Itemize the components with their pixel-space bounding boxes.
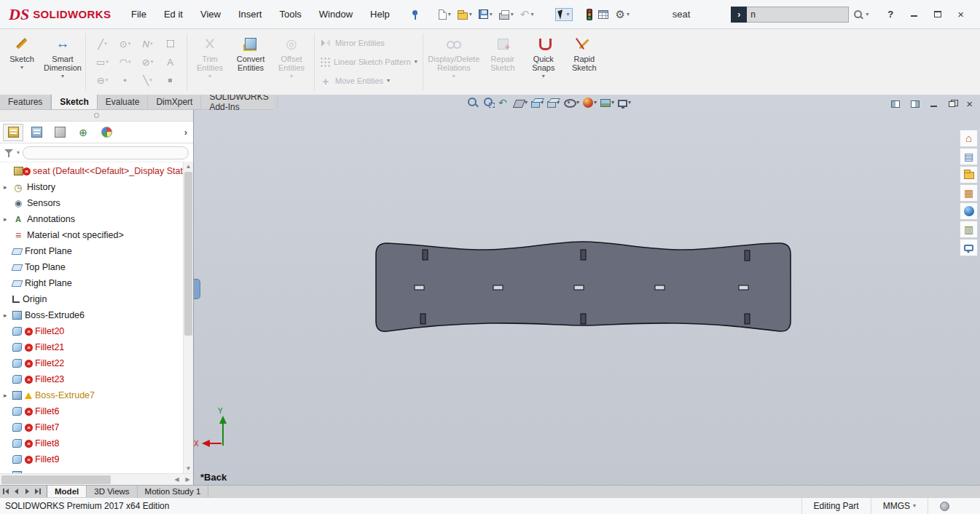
solidworks-resources-button[interactable]: [960, 130, 978, 147]
tree-scrollbar-vertical[interactable]: ▲ ▼: [183, 162, 193, 473]
chevron-down-icon[interactable]: ▾: [511, 12, 514, 17]
tab-solidworks-add-ins[interactable]: SOLIDWORKS Add-Ins: [201, 95, 277, 109]
section-view-button[interactable]: ▾: [514, 98, 528, 108]
tree-item-fillet21[interactable]: ×Fillet21: [0, 339, 183, 355]
expand-icon[interactable]: ▸: [4, 312, 12, 319]
chevron-down-icon[interactable]: ▾: [149, 77, 152, 83]
menu-help[interactable]: Help: [370, 9, 390, 20]
chevron-down-icon[interactable]: ▾: [208, 74, 211, 79]
slot-cutout[interactable]: [581, 314, 586, 324]
spline-tool-button[interactable]: N▾: [136, 35, 159, 53]
chevron-down-icon[interactable]: ▾: [452, 74, 455, 79]
slot-cutout[interactable]: [574, 285, 584, 290]
tree-item-fillet23[interactable]: ×Fillet23: [0, 371, 183, 387]
doc-restore-button[interactable]: [949, 101, 955, 107]
chevron-down-icon[interactable]: ▾: [542, 74, 545, 79]
chevron-down-icon[interactable]: ▾: [628, 99, 631, 106]
menu-view[interactable]: View: [200, 9, 221, 20]
mirror-entities-button[interactable]: Mirror Entities: [320, 34, 418, 52]
help-button[interactable]: ?: [887, 9, 893, 20]
tree-item-annotations[interactable]: ▸Annotations: [0, 211, 183, 227]
units-selector[interactable]: MMGS▾: [871, 498, 928, 514]
tree-item-fillet6[interactable]: ×Fillet6: [0, 403, 183, 419]
tile-window-button[interactable]: [891, 100, 900, 108]
view-palette-button[interactable]: [960, 184, 978, 202]
status-globe-button[interactable]: [928, 498, 961, 514]
file-explorer-button[interactable]: [960, 166, 978, 183]
rectangle-tool-button[interactable]: ▭▾: [91, 53, 114, 71]
tree-item-boss-extrude6[interactable]: ▸Boss-Extrude6: [0, 307, 183, 323]
chevron-down-icon[interactable]: ▾: [469, 12, 472, 17]
search-icon[interactable]: [853, 9, 863, 20]
filter-input[interactable]: [23, 146, 189, 159]
slot-tool-button[interactable]: ⊖▾: [91, 71, 114, 90]
scrollbar-thumb[interactable]: [184, 172, 192, 336]
zoom-to-area-button[interactable]: [482, 96, 495, 108]
tree-item-sensors[interactable]: Sensors: [0, 195, 183, 211]
tab-sketch[interactable]: Sketch: [51, 95, 97, 109]
options-button[interactable]: ⚙▾: [614, 7, 630, 21]
tree-item-fillet7[interactable]: ×Fillet7: [0, 419, 183, 435]
pattern-tool-button[interactable]: [159, 71, 181, 90]
chevron-down-icon[interactable]: ▾: [128, 41, 131, 47]
chevron-down-icon[interactable]: ▾: [151, 59, 154, 65]
open-button[interactable]: ▾: [457, 8, 473, 21]
chevron-down-icon[interactable]: ▾: [106, 59, 109, 65]
design-table-button[interactable]: [597, 9, 609, 20]
panel-grip[interactable]: [0, 110, 193, 122]
new-document-button[interactable]: ▾: [438, 8, 452, 21]
previous-tab-button[interactable]: [11, 486, 22, 497]
chevron-down-icon[interactable]: ▾: [290, 74, 293, 79]
panel-flyout-icon[interactable]: ›: [184, 127, 190, 138]
propertymanager-tab[interactable]: [26, 124, 47, 141]
expand-icon[interactable]: ▸: [4, 216, 12, 223]
featuremanager-tab[interactable]: [3, 124, 23, 141]
doc-close-button[interactable]: ×: [966, 98, 973, 111]
construction-line-tool-button[interactable]: ╲▾: [136, 71, 159, 90]
tab-features[interactable]: Features: [0, 95, 51, 109]
next-tab-button[interactable]: [22, 486, 33, 497]
scrollbar-thumb[interactable]: [1, 475, 111, 484]
scroll-left-icon[interactable]: ◀: [171, 476, 182, 483]
pin-icon[interactable]: [410, 9, 419, 20]
circle-tool-button[interactable]: ⊙▾: [114, 35, 136, 53]
arc-tool-button[interactable]: ◠▾: [114, 53, 136, 71]
view-orientation-button[interactable]: ▾: [531, 97, 544, 108]
chevron-down-icon[interactable]: ▾: [20, 65, 23, 71]
dimxpertmanager-tab[interactable]: [73, 124, 93, 141]
tab-motion-study-1[interactable]: Motion Study 1: [138, 486, 209, 497]
tree-item-material-not-specified[interactable]: Material <not specified>: [0, 227, 183, 243]
rapid-sketch-button[interactable]: Rapid Sketch: [564, 29, 605, 95]
save-button[interactable]: ▾: [478, 8, 493, 20]
tab-3d-views[interactable]: 3D Views: [87, 486, 137, 497]
text-tool-button[interactable]: A: [159, 53, 181, 71]
first-tab-button[interactable]: [0, 486, 11, 497]
offset-entities-button[interactable]: Offset Entities ▾: [271, 29, 312, 95]
slot-cutout[interactable]: [745, 314, 750, 324]
configurationmanager-tab[interactable]: [50, 124, 70, 141]
cascade-window-button[interactable]: [911, 100, 920, 108]
chevron-down-icon[interactable]: ▾: [594, 99, 597, 106]
chevron-down-icon[interactable]: ▾: [17, 149, 20, 156]
appearances-scenes-button[interactable]: [960, 202, 978, 220]
design-library-button[interactable]: [960, 148, 978, 165]
minimize-button[interactable]: [911, 11, 918, 17]
custom-properties-button[interactable]: [960, 221, 978, 238]
scroll-up-icon[interactable]: ▲: [184, 162, 193, 171]
move-entities-button[interactable]: Move Entities▾: [320, 72, 418, 90]
chevron-down-icon[interactable]: ▾: [448, 12, 451, 17]
hide-show-items-button[interactable]: ▾: [563, 96, 579, 108]
tab-model[interactable]: Model: [47, 486, 87, 497]
tree-item-fillet22[interactable]: ×Fillet22: [0, 355, 183, 371]
tab-evaluate[interactable]: Evaluate: [98, 95, 149, 109]
stoplight-icon[interactable]: [587, 9, 592, 20]
solidworks-forum-button[interactable]: [960, 239, 978, 256]
previous-view-button[interactable]: [498, 96, 511, 108]
chevron-down-icon[interactable]: ▾: [913, 503, 916, 509]
tree-item-fillet9[interactable]: ×Fillet9: [0, 451, 183, 467]
menu-insert[interactable]: Insert: [238, 9, 262, 20]
selection-box-tool-button[interactable]: [159, 35, 181, 53]
tree-item-front-plane[interactable]: Front Plane: [0, 243, 183, 259]
tree-item-fillet20[interactable]: ×Fillet20: [0, 323, 183, 339]
tree-item-clipped[interactable]: [0, 467, 183, 473]
